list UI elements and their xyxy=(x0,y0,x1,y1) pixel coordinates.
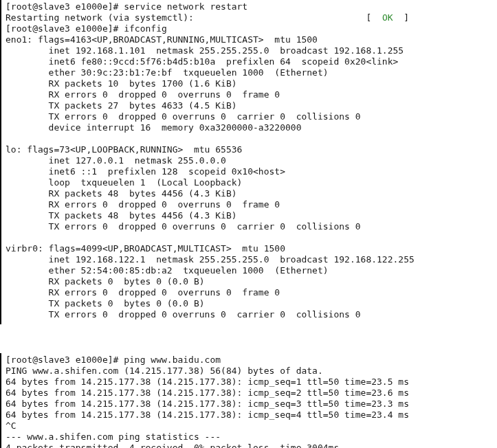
output-line: 64 bytes from 14.215.177.38 (14.215.177.… xyxy=(5,388,409,398)
output-line: ether 30:9c:23:b1:7e:bf txqueuelen 1000 … xyxy=(5,67,329,78)
output-line: RX packets 0 bytes 0 (0.0 B) xyxy=(5,276,205,287)
output-line: loop txqueuelen 1 (Local Loopback) xyxy=(5,177,242,188)
command-ifconfig: ifconfig xyxy=(124,23,167,34)
output-line: device interrupt 16 memory 0xa3200000-a3… xyxy=(5,122,301,133)
output-line: RX errors 0 dropped 0 overruns 0 frame 0 xyxy=(5,89,280,100)
output-line: TX errors 0 dropped 0 overruns 0 carrier… xyxy=(5,309,361,320)
output-line: inet 127.0.0.1 netmask 255.0.0.0 xyxy=(5,155,226,166)
iface-lo: lo: flags=73<UP,LOOPBACK,RUNNING> mtu 65… xyxy=(5,144,242,155)
output-line: TX packets 48 bytes 4456 (4.3 KiB) xyxy=(5,210,237,221)
output-line: RX packets 48 bytes 4456 (4.3 KiB) xyxy=(5,188,237,199)
shell-prompt: [root@slave3 e1000e]# xyxy=(5,23,124,34)
output-line: 64 bytes from 14.215.177.38 (14.215.177.… xyxy=(5,410,409,420)
command-ping: ping www.baidu.com xyxy=(124,355,221,365)
output-line: RX errors 0 dropped 0 overruns 0 frame 0 xyxy=(5,199,280,210)
iface-virbr0: virbr0: flags=4099<UP,BROADCAST,MULTICAS… xyxy=(5,243,285,254)
output-line: TX errors 0 dropped 0 overruns 0 carrier… xyxy=(5,221,361,232)
iface-eno1: eno1: flags=4163<UP,BROADCAST,RUNNING,MU… xyxy=(5,34,318,45)
output-line: inet 192.168.122.1 netmask 255.255.255.0… xyxy=(5,254,415,265)
terminal-session-ifconfig[interactable]: [root@slave3 e1000e]# service network re… xyxy=(0,0,497,324)
output-line: RX packets 10 bytes 1700 (1.6 KiB) xyxy=(5,78,237,89)
output-line: 64 bytes from 14.215.177.38 (14.215.177.… xyxy=(5,399,409,409)
restart-status-line: Restarting network (via systemctl): [ OK… xyxy=(5,12,409,23)
output-line: ether 52:54:00:85:db:a2 txqueuelen 1000 … xyxy=(5,265,329,276)
output-line: inet6 ::1 prefixlen 128 scopeid 0x10<hos… xyxy=(5,166,285,177)
shell-prompt: [root@slave3 e1000e]# xyxy=(5,355,124,365)
output-line: 4 packets transmitted, 4 received, 0% pa… xyxy=(5,443,339,448)
panel-gap xyxy=(0,324,497,353)
output-line: TX packets 0 bytes 0 (0.0 B) xyxy=(5,298,205,309)
output-line: TX packets 27 bytes 4633 (4.5 KiB) xyxy=(5,100,237,111)
output-line: 64 bytes from 14.215.177.38 (14.215.177.… xyxy=(5,377,409,387)
terminal-session-ping[interactable]: [root@slave3 e1000e]# ping www.baidu.com… xyxy=(0,353,497,448)
shell-prompt: [root@slave3 e1000e]# xyxy=(5,1,124,12)
output-line: inet6 fe80::9ccd:5f76:b4d5:b10a prefixle… xyxy=(5,56,398,67)
status-ok: OK xyxy=(382,12,393,23)
output-line: TX errors 0 dropped 0 overruns 0 carrier… xyxy=(5,111,361,122)
output-line: ^C xyxy=(5,421,16,431)
output-line: PING www.a.shifen.com (14.215.177.38) 56… xyxy=(5,366,323,376)
output-line: RX errors 0 dropped 0 overruns 0 frame 0 xyxy=(5,287,280,298)
command-service-restart: service network restart xyxy=(124,1,247,12)
output-line: inet 192.168.1.101 netmask 255.255.255.0… xyxy=(5,45,404,56)
output-line: --- www.a.shifen.com ping statistics --- xyxy=(5,432,221,442)
